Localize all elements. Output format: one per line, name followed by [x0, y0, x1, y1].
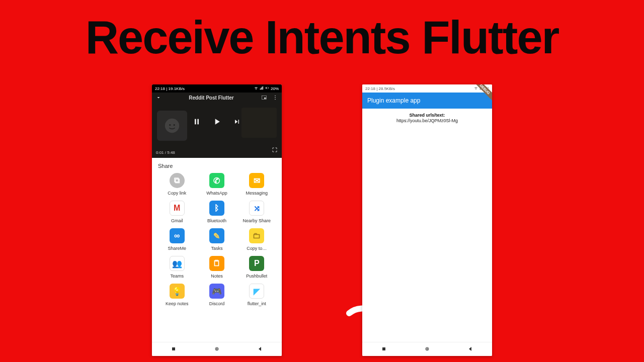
- navbar-left: [152, 342, 282, 356]
- phone-flutter-app: 22:18 | 28.5KB/s DEBUG Plugin example ap…: [362, 84, 492, 356]
- share-item-label: Messaging: [246, 191, 268, 196]
- share-item-nearby-share[interactable]: ⤭Nearby Share: [237, 201, 277, 223]
- appbar: Plugin example app: [362, 93, 492, 109]
- share-item-label: WhatsApp: [206, 191, 227, 196]
- svg-point-21: [427, 348, 428, 349]
- statusbar-left: 22:18 | 19.1KB/s 20%: [152, 84, 282, 93]
- signal-icon: [260, 86, 264, 91]
- keep-notes-icon: 💡: [170, 284, 185, 299]
- recents-button[interactable]: [381, 345, 387, 354]
- svg-rect-7: [264, 98, 266, 99]
- share-item-label: Gmail: [171, 218, 183, 223]
- notes-icon: 🗒: [209, 256, 224, 271]
- svg-rect-1: [266, 87, 266, 89]
- shareme-icon: ∞: [170, 228, 185, 243]
- video-time: 0:01 / 5:48: [156, 150, 175, 155]
- whatsapp-icon: ✆: [209, 173, 224, 188]
- svg-point-9: [275, 97, 276, 98]
- share-item-label: Copy to…: [247, 246, 267, 251]
- share-header: Share: [152, 158, 282, 172]
- bluetooth-icon: ᛒ: [209, 201, 224, 216]
- status-time: 22:18 | 19.1KB/s: [155, 86, 185, 91]
- share-item-label: Pushbullet: [246, 274, 267, 279]
- svg-rect-18: [489, 87, 489, 88]
- messaging-icon: ✉: [249, 173, 264, 188]
- copy-to-icon: 🗀: [249, 228, 264, 243]
- wifi-icon: [474, 86, 478, 91]
- share-item-label: Keep notes: [166, 301, 189, 306]
- share-item-shareme[interactable]: ∞ShareMe: [157, 228, 197, 251]
- gmail-icon: M: [170, 201, 185, 216]
- shared-content: Shared urls/text: https://youtu.be/JQPMz…: [362, 109, 492, 127]
- phone-share-sheet: 22:18 | 19.1KB/s 20%: [152, 84, 282, 356]
- appbar-title: Plugin example app: [367, 97, 420, 104]
- share-item-teams[interactable]: 👥Teams: [157, 256, 197, 279]
- shared-label: Shared urls/text:: [367, 113, 487, 118]
- share-item-label: Teams: [170, 274, 184, 279]
- share-item-copy-link[interactable]: ⧉Copy link: [157, 173, 197, 196]
- chevron-down-icon[interactable]: [155, 95, 162, 101]
- share-item-pushbullet[interactable]: PPushbullet: [237, 256, 277, 279]
- svg-rect-2: [269, 87, 269, 88]
- svg-rect-19: [382, 347, 385, 350]
- share-item-messaging[interactable]: ✉Messaging: [237, 173, 277, 196]
- video-title: Reddit Post Flutter: [162, 95, 261, 101]
- svg-point-15: [216, 348, 218, 349]
- share-item-notes[interactable]: 🗒Notes: [197, 256, 236, 279]
- pause-icon[interactable]: [193, 118, 201, 128]
- fullscreen-icon[interactable]: [272, 146, 278, 155]
- share-item-label: Nearby Share: [243, 218, 271, 223]
- page-title: Receive Intents Flutter: [0, 0, 644, 60]
- share-item-label: flutter_int: [248, 301, 266, 306]
- share-item-keep-notes[interactable]: 💡Keep notes: [157, 284, 197, 306]
- share-item-label: Notes: [211, 274, 223, 279]
- share-item-label: Bluetooth: [207, 218, 226, 223]
- video-player: Reddit Post Flutter: [152, 93, 282, 158]
- discord-icon: 🎮: [209, 284, 224, 299]
- shared-url: https://youtu.be/JQPMz0Sl-Mg: [367, 118, 487, 123]
- next-icon[interactable]: [233, 118, 241, 128]
- share-item-gmail[interactable]: MGmail: [157, 201, 197, 223]
- teams-icon: 👥: [170, 256, 185, 271]
- copy-link-icon: ⧉: [170, 173, 185, 188]
- status-time-right: 22:18 | 28.5KB/s: [365, 86, 395, 91]
- share-item-label: Copy link: [168, 191, 186, 196]
- battery-text: 20%: [271, 86, 279, 91]
- svg-point-8: [275, 96, 276, 97]
- play-icon[interactable]: [212, 117, 222, 129]
- wifi-icon: [254, 86, 258, 91]
- battery-icon: [265, 86, 269, 91]
- navbar-right: [362, 342, 492, 356]
- pip-icon[interactable]: [261, 95, 268, 101]
- svg-point-10: [275, 99, 276, 100]
- nearby-share-icon: ⤭: [249, 201, 264, 216]
- share-item-whatsapp[interactable]: ✆WhatsApp: [197, 173, 236, 196]
- pushbullet-icon: P: [249, 256, 264, 271]
- share-item-copy-to[interactable]: 🗀Copy to…: [237, 228, 277, 251]
- more-icon[interactable]: [272, 95, 279, 101]
- share-item-label: Tasks: [211, 246, 222, 251]
- share-item-bluetooth[interactable]: ᛒBluetooth: [197, 201, 236, 223]
- phones-container: 22:18 | 19.1KB/s 20%: [0, 84, 644, 356]
- svg-rect-11: [195, 119, 196, 125]
- back-button[interactable]: [257, 345, 263, 354]
- share-item-discord[interactable]: 🎮Discord: [197, 284, 236, 306]
- recents-button[interactable]: [171, 345, 177, 354]
- home-button[interactable]: [424, 345, 430, 354]
- home-button[interactable]: [214, 345, 220, 354]
- statusbar-right: 22:18 | 28.5KB/s: [362, 84, 492, 93]
- share-item-tasks[interactable]: ✎Tasks: [197, 228, 236, 251]
- share-item-flutter-int[interactable]: ◤flutter_int: [237, 284, 277, 306]
- share-grid: ⧉Copy link✆WhatsApp✉MessagingMGmailᛒBlue…: [152, 172, 282, 308]
- back-button[interactable]: [467, 345, 473, 354]
- flutter-int-icon: ◤: [249, 284, 264, 299]
- share-item-label: Discord: [209, 301, 225, 306]
- tasks-icon: ✎: [209, 228, 224, 243]
- share-item-label: ShareMe: [168, 246, 186, 251]
- svg-rect-13: [172, 347, 175, 350]
- svg-rect-12: [197, 119, 199, 125]
